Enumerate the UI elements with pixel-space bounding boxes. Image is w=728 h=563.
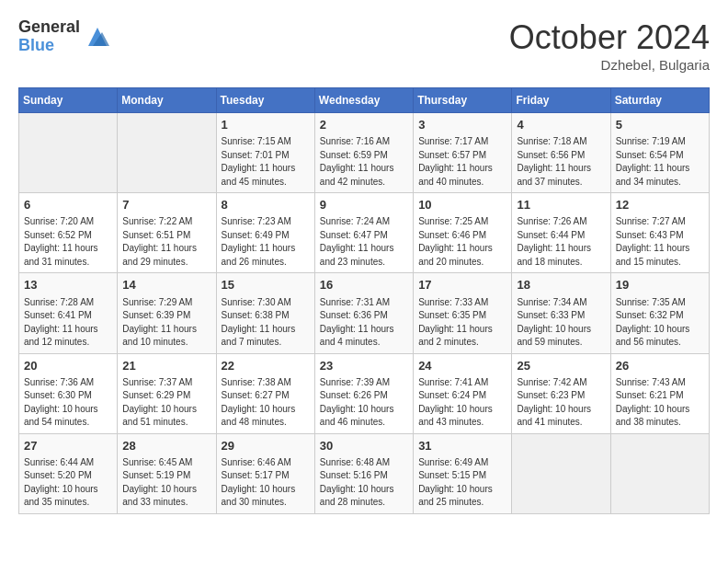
day-info: Sunrise: 7:16 AMSunset: 6:59 PMDaylight:… bbox=[320, 135, 408, 189]
calendar-cell: 13Sunrise: 7:28 AMSunset: 6:41 PMDayligh… bbox=[19, 273, 118, 353]
calendar-cell bbox=[118, 113, 216, 193]
day-number: 4 bbox=[517, 117, 605, 133]
day-number: 31 bbox=[418, 438, 506, 454]
calendar-cell: 9Sunrise: 7:24 AMSunset: 6:47 PMDaylight… bbox=[314, 193, 413, 273]
day-info: Sunrise: 7:30 AMSunset: 6:38 PMDaylight:… bbox=[222, 296, 310, 350]
calendar-cell: 22Sunrise: 7:38 AMSunset: 6:27 PMDayligh… bbox=[216, 353, 314, 433]
calendar-cell: 5Sunrise: 7:19 AMSunset: 6:54 PMDaylight… bbox=[610, 113, 709, 193]
day-number: 6 bbox=[24, 197, 112, 213]
calendar-week-row: 20Sunrise: 7:36 AMSunset: 6:30 PMDayligh… bbox=[19, 353, 710, 433]
calendar-cell: 31Sunrise: 6:49 AMSunset: 5:15 PMDayligh… bbox=[414, 433, 512, 513]
weekday-header: Tuesday bbox=[216, 88, 314, 113]
day-number: 17 bbox=[418, 277, 506, 293]
day-info: Sunrise: 7:38 AMSunset: 6:27 PMDaylight:… bbox=[222, 376, 310, 430]
calendar-body: 1Sunrise: 7:15 AMSunset: 7:01 PMDaylight… bbox=[19, 113, 710, 514]
day-number: 16 bbox=[320, 277, 408, 293]
calendar-cell bbox=[610, 433, 709, 513]
day-number: 14 bbox=[122, 277, 210, 293]
weekday-header: Friday bbox=[512, 88, 610, 113]
calendar-cell: 10Sunrise: 7:25 AMSunset: 6:46 PMDayligh… bbox=[414, 193, 512, 273]
calendar-week-row: 27Sunrise: 6:44 AMSunset: 5:20 PMDayligh… bbox=[19, 433, 710, 513]
calendar-cell: 21Sunrise: 7:37 AMSunset: 6:29 PMDayligh… bbox=[118, 353, 216, 433]
calendar-cell: 23Sunrise: 7:39 AMSunset: 6:26 PMDayligh… bbox=[314, 353, 413, 433]
day-info: Sunrise: 7:26 AMSunset: 6:44 PMDaylight:… bbox=[517, 215, 605, 269]
calendar-cell: 29Sunrise: 6:46 AMSunset: 5:17 PMDayligh… bbox=[216, 433, 314, 513]
weekday-row: SundayMondayTuesdayWednesdayThursdayFrid… bbox=[19, 88, 710, 113]
month-title: October 2024 bbox=[509, 18, 710, 57]
day-number: 11 bbox=[517, 197, 605, 213]
day-info: Sunrise: 6:45 AMSunset: 5:19 PMDaylight:… bbox=[122, 456, 210, 510]
calendar-cell: 11Sunrise: 7:26 AMSunset: 6:44 PMDayligh… bbox=[512, 193, 610, 273]
day-number: 3 bbox=[418, 117, 506, 133]
day-info: Sunrise: 6:44 AMSunset: 5:20 PMDaylight:… bbox=[24, 456, 112, 510]
calendar-cell: 6Sunrise: 7:20 AMSunset: 6:52 PMDaylight… bbox=[19, 193, 118, 273]
location: Dzhebel, Bulgaria bbox=[509, 57, 710, 73]
title-block: October 2024 Dzhebel, Bulgaria bbox=[509, 18, 710, 73]
calendar-cell: 16Sunrise: 7:31 AMSunset: 6:36 PMDayligh… bbox=[314, 273, 413, 353]
day-number: 29 bbox=[222, 438, 310, 454]
day-info: Sunrise: 6:48 AMSunset: 5:16 PMDaylight:… bbox=[320, 456, 408, 510]
calendar-cell: 17Sunrise: 7:33 AMSunset: 6:35 PMDayligh… bbox=[414, 273, 512, 353]
calendar-table: SundayMondayTuesdayWednesdayThursdayFrid… bbox=[18, 87, 710, 514]
day-info: Sunrise: 7:37 AMSunset: 6:29 PMDaylight:… bbox=[122, 376, 210, 430]
day-number: 13 bbox=[24, 277, 112, 293]
calendar-cell: 8Sunrise: 7:23 AMSunset: 6:49 PMDaylight… bbox=[216, 193, 314, 273]
day-info: Sunrise: 7:41 AMSunset: 6:24 PMDaylight:… bbox=[418, 376, 506, 430]
day-number: 30 bbox=[320, 438, 408, 454]
day-number: 7 bbox=[122, 197, 210, 213]
day-number: 12 bbox=[616, 197, 704, 213]
day-number: 2 bbox=[320, 117, 408, 133]
day-info: Sunrise: 7:39 AMSunset: 6:26 PMDaylight:… bbox=[320, 376, 408, 430]
day-number: 27 bbox=[24, 438, 112, 454]
day-info: Sunrise: 7:31 AMSunset: 6:36 PMDaylight:… bbox=[320, 296, 408, 350]
day-info: Sunrise: 7:34 AMSunset: 6:33 PMDaylight:… bbox=[517, 296, 605, 350]
weekday-header: Saturday bbox=[610, 88, 709, 113]
calendar-cell: 14Sunrise: 7:29 AMSunset: 6:39 PMDayligh… bbox=[118, 273, 216, 353]
calendar-cell: 25Sunrise: 7:42 AMSunset: 6:23 PMDayligh… bbox=[512, 353, 610, 433]
day-info: Sunrise: 7:19 AMSunset: 6:54 PMDaylight:… bbox=[616, 135, 704, 189]
day-info: Sunrise: 7:22 AMSunset: 6:51 PMDaylight:… bbox=[122, 215, 210, 269]
day-number: 19 bbox=[616, 277, 704, 293]
calendar-week-row: 13Sunrise: 7:28 AMSunset: 6:41 PMDayligh… bbox=[19, 273, 710, 353]
calendar-cell: 28Sunrise: 6:45 AMSunset: 5:19 PMDayligh… bbox=[118, 433, 216, 513]
calendar-cell: 12Sunrise: 7:27 AMSunset: 6:43 PMDayligh… bbox=[610, 193, 709, 273]
calendar-cell: 3Sunrise: 7:17 AMSunset: 6:57 PMDaylight… bbox=[414, 113, 512, 193]
day-number: 8 bbox=[222, 197, 310, 213]
day-info: Sunrise: 7:36 AMSunset: 6:30 PMDaylight:… bbox=[24, 376, 112, 430]
day-number: 1 bbox=[222, 117, 310, 133]
calendar-cell: 30Sunrise: 6:48 AMSunset: 5:16 PMDayligh… bbox=[314, 433, 413, 513]
day-number: 28 bbox=[122, 438, 210, 454]
logo-blue-text: Blue bbox=[18, 37, 80, 55]
day-info: Sunrise: 7:20 AMSunset: 6:52 PMDaylight:… bbox=[24, 215, 112, 269]
day-number: 23 bbox=[320, 358, 408, 374]
calendar-cell: 20Sunrise: 7:36 AMSunset: 6:30 PMDayligh… bbox=[19, 353, 118, 433]
calendar-cell: 19Sunrise: 7:35 AMSunset: 6:32 PMDayligh… bbox=[610, 273, 709, 353]
weekday-header: Sunday bbox=[19, 88, 118, 113]
weekday-header: Monday bbox=[118, 88, 216, 113]
calendar-week-row: 6Sunrise: 7:20 AMSunset: 6:52 PMDaylight… bbox=[19, 193, 710, 273]
day-info: Sunrise: 6:46 AMSunset: 5:17 PMDaylight:… bbox=[222, 456, 310, 510]
calendar-cell bbox=[19, 113, 118, 193]
day-info: Sunrise: 7:25 AMSunset: 6:46 PMDaylight:… bbox=[418, 215, 506, 269]
calendar-cell: 18Sunrise: 7:34 AMSunset: 6:33 PMDayligh… bbox=[512, 273, 610, 353]
day-info: Sunrise: 7:27 AMSunset: 6:43 PMDaylight:… bbox=[616, 215, 704, 269]
calendar-cell: 4Sunrise: 7:18 AMSunset: 6:56 PMDaylight… bbox=[512, 113, 610, 193]
day-number: 25 bbox=[517, 358, 605, 374]
weekday-header: Wednesday bbox=[314, 88, 413, 113]
day-number: 24 bbox=[418, 358, 506, 374]
calendar-cell: 15Sunrise: 7:30 AMSunset: 6:38 PMDayligh… bbox=[216, 273, 314, 353]
day-number: 5 bbox=[616, 117, 704, 133]
calendar-cell: 24Sunrise: 7:41 AMSunset: 6:24 PMDayligh… bbox=[414, 353, 512, 433]
day-info: Sunrise: 7:17 AMSunset: 6:57 PMDaylight:… bbox=[418, 135, 506, 189]
calendar-cell: 27Sunrise: 6:44 AMSunset: 5:20 PMDayligh… bbox=[19, 433, 118, 513]
day-number: 21 bbox=[122, 358, 210, 374]
logo-icon bbox=[84, 23, 111, 51]
logo: General Blue bbox=[18, 18, 111, 55]
calendar-cell: 2Sunrise: 7:16 AMSunset: 6:59 PMDaylight… bbox=[314, 113, 413, 193]
day-number: 22 bbox=[222, 358, 310, 374]
day-number: 26 bbox=[616, 358, 704, 374]
day-info: Sunrise: 7:24 AMSunset: 6:47 PMDaylight:… bbox=[320, 215, 408, 269]
day-info: Sunrise: 7:28 AMSunset: 6:41 PMDaylight:… bbox=[24, 296, 112, 350]
day-info: Sunrise: 7:15 AMSunset: 7:01 PMDaylight:… bbox=[222, 135, 310, 189]
day-info: Sunrise: 7:42 AMSunset: 6:23 PMDaylight:… bbox=[517, 376, 605, 430]
